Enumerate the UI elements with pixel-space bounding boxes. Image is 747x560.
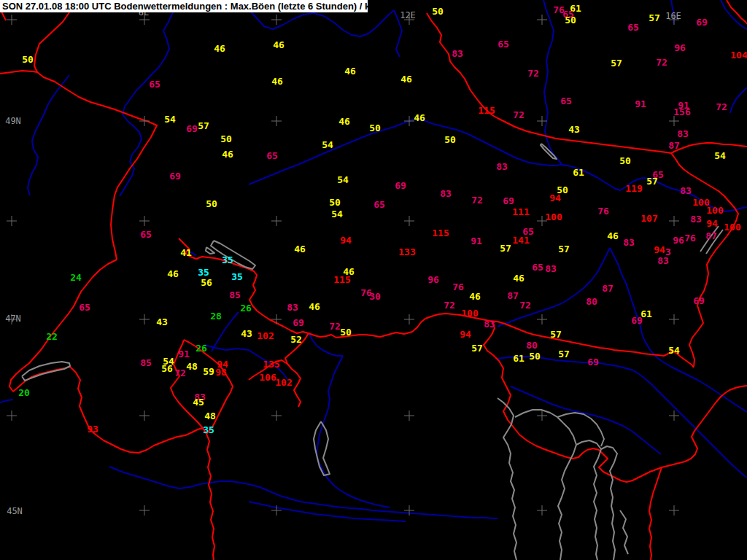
grid-cross-icon <box>669 116 679 126</box>
station-gust-value: 35 <box>198 267 209 278</box>
station-gust-value: 45 <box>193 397 204 408</box>
station-gust-value: 83 <box>452 48 463 59</box>
station-gust-value: 72 <box>716 101 727 112</box>
station-gust-value: 83 <box>440 188 452 199</box>
station-gust-value: 46 <box>607 230 619 241</box>
station-gust-value: 65 <box>627 22 639 33</box>
station-gust-value: 46 <box>214 43 225 54</box>
grid-cross-icon <box>271 116 282 126</box>
station-gust-value: 57 <box>649 12 660 23</box>
station-gust-value: 35 <box>203 424 214 435</box>
station-gust-value: 69 <box>587 357 599 368</box>
station-gust-value: 54 <box>331 209 343 219</box>
station-gust-value: 50 <box>432 6 444 17</box>
grid-cross-icon <box>669 411 679 421</box>
station-gust-value: 57 <box>646 176 658 187</box>
station-gust-value: 80 <box>526 340 538 351</box>
grid-cross-icon <box>271 15 282 25</box>
station-gust-value: 72 <box>174 368 186 378</box>
station-gust-value: 83 <box>677 128 689 139</box>
station-gust-value: 69 <box>186 123 198 134</box>
station-gust-value: 43 <box>241 328 252 339</box>
station-gust-value: 57 <box>198 120 209 131</box>
station-gust-value: 50 <box>22 54 34 65</box>
station-gust-value: 72 <box>329 321 341 332</box>
station-gust-value: 50 <box>444 134 456 145</box>
station-gust-value: 83 <box>287 302 298 313</box>
station-gust-value: 50 <box>220 133 232 144</box>
station-gust-value: 76 <box>684 233 696 244</box>
station-gust-value: 115 <box>478 105 495 116</box>
station-gust-value: 76 <box>452 281 464 292</box>
grid-label: 12E <box>400 10 416 20</box>
station-gust-value: 46 <box>271 76 283 87</box>
station-gust-value: 65 <box>149 79 160 90</box>
station-gust-value: 48 <box>204 411 216 421</box>
station-gust-value: 65 <box>532 262 543 273</box>
station-gust-value: 94 <box>340 235 352 246</box>
station-gust-value: 56 <box>161 363 173 374</box>
station-gust-value: 94 <box>460 329 471 340</box>
station-gust-value: 54 <box>668 345 680 356</box>
station-gust-value: 46 <box>414 112 425 123</box>
station-gust-value: 87 <box>507 290 519 301</box>
grid-cross-icon <box>669 216 679 226</box>
grid-cross-icon <box>537 505 547 516</box>
station-gust-value: 46 <box>400 74 412 85</box>
grid-cross-icon <box>7 15 17 25</box>
grid-cross-icon <box>7 216 17 226</box>
station-gust-value: 54 <box>322 139 333 150</box>
grid-cross-icon <box>669 314 679 324</box>
coastline-lake-lines <box>22 144 723 560</box>
station-gust-value: 87 <box>668 140 680 151</box>
station-gust-value: 72 <box>513 109 525 120</box>
station-gust-value: 65 <box>140 229 152 240</box>
station-gust-value: 85 <box>140 357 152 368</box>
station-gust-value: 50 <box>619 155 631 166</box>
station-gust-value: 69 <box>169 171 181 182</box>
station-gust-value: 98 <box>215 367 227 378</box>
grid-cross-icon <box>537 411 547 421</box>
station-gust-value: 83 <box>545 263 557 274</box>
station-gust-value: 69 <box>631 315 643 326</box>
station-gust-value: 46 <box>469 291 481 302</box>
station-gust-value: 65 <box>498 39 509 50</box>
station-gust-value: 57 <box>471 343 483 354</box>
station-gust-value: 72 <box>471 195 483 206</box>
station-gust-value: 156 <box>673 106 691 117</box>
station-gust-value: 102 <box>275 377 292 388</box>
grid-cross-icon <box>271 314 282 324</box>
station-gust-value: 46 <box>294 244 306 254</box>
station-gust-value: 28 <box>210 311 222 322</box>
station-gust-value: 61 <box>573 167 584 178</box>
grid-cross-icon <box>139 411 150 421</box>
grid-cross-icon <box>537 15 547 25</box>
station-gust-value: 135 <box>263 359 279 370</box>
station-gust-value: 50 <box>340 327 352 338</box>
station-gust-value: 85 <box>229 289 241 300</box>
station-gust-value: 83 <box>484 319 495 330</box>
grid-cross-icon <box>271 411 282 421</box>
grid-labels: 8E12E16E49N47N45N <box>5 7 681 516</box>
station-gust-value: 91 <box>635 98 646 109</box>
grid-cross-icon <box>669 505 679 516</box>
station-gust-value: 24 <box>70 272 82 283</box>
station-gust-value: 69 <box>503 195 514 206</box>
station-gust-value: 119 <box>625 183 642 194</box>
station-gust-value: 96 <box>674 42 686 53</box>
station-gust-value: 65 <box>79 302 90 313</box>
station-gust-value: 115 <box>333 274 350 285</box>
station-gust-value: 80 <box>586 296 597 307</box>
station-gust-value: 43 <box>156 316 168 327</box>
station-gust-value: 35 <box>231 271 243 282</box>
station-gust-value: 46 <box>344 66 356 77</box>
title-bar: SON 27.01.08 18:00 UTC Bodenwettermeldun… <box>0 0 368 12</box>
station-gust-value: 43 <box>568 124 580 135</box>
grid-cross-icon <box>139 314 150 324</box>
station-gust-value: 100 <box>545 211 562 222</box>
station-gust-value: 50 <box>565 15 576 26</box>
station-gust-value: 83 <box>657 255 669 266</box>
grid-cross-icon <box>139 216 150 226</box>
station-gust-value: 57 <box>558 244 570 254</box>
station-gust-value: 50 <box>329 197 341 208</box>
